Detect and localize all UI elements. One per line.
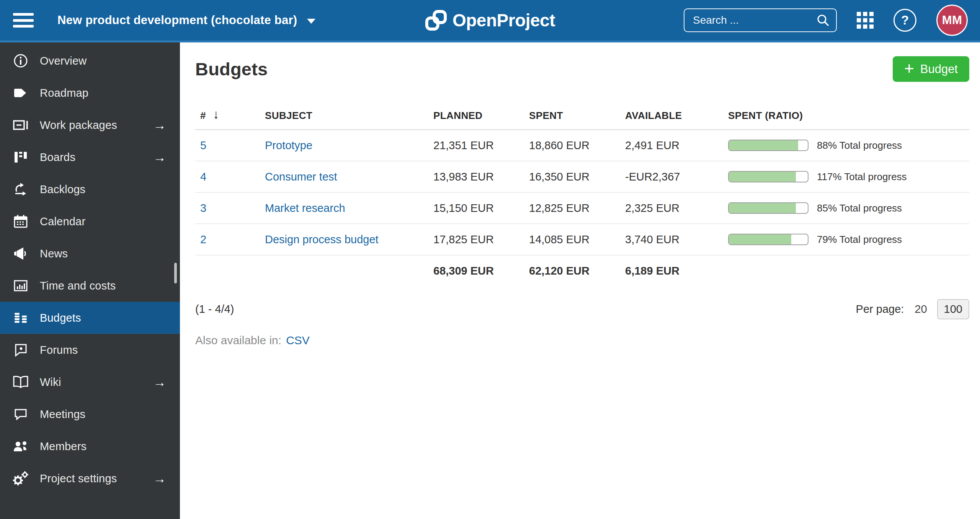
submenu-arrow-icon[interactable]: → — [153, 375, 166, 390]
export-prefix: Also available in: — [195, 334, 281, 347]
column-header--[interactable]: #↓ — [195, 109, 265, 122]
budget-row-4: 4Consumer test13,983 EUR16,350 EUR-EUR2,… — [195, 161, 969, 193]
add-budget-button[interactable]: + Budget — [893, 56, 969, 82]
sidebar-item-calendar[interactable]: Calendar — [0, 205, 180, 238]
available-value: 2,325 EUR — [625, 202, 728, 215]
spent-ratio-cell: 85% Total progress — [728, 202, 969, 214]
sidebar-item-forums[interactable]: Forums — [0, 334, 180, 366]
user-avatar[interactable]: MM — [936, 5, 968, 36]
budget-subject-link[interactable]: Consumer test — [265, 171, 337, 183]
sidebar-item-label: Meetings — [40, 408, 85, 421]
openproject-home-link[interactable]: OpenProject — [425, 0, 555, 41]
column-header-subject[interactable]: SUBJECT — [265, 110, 433, 122]
project-sidebar: OverviewRoadmapWork packages→Boards→Back… — [0, 42, 180, 519]
sidebar-item-backlogs[interactable]: Backlogs — [0, 173, 180, 205]
budget-subject-link[interactable]: Design process budget — [265, 233, 379, 246]
hamburger-menu-icon[interactable] — [13, 13, 34, 28]
submenu-arrow-icon[interactable]: → — [153, 118, 166, 133]
progress-bar-fill — [729, 234, 791, 244]
submenu-arrow-icon[interactable]: → — [153, 150, 166, 165]
column-header-available[interactable]: AVAILABLE — [625, 110, 728, 122]
spent-ratio-cell: 79% Total progress — [728, 234, 969, 246]
sidebar-item-label: Boards — [40, 151, 75, 164]
progress-bar — [728, 234, 808, 245]
sidebar-item-time-and-costs[interactable]: Time and costs — [0, 270, 180, 302]
add-budget-label: Budget — [920, 62, 958, 76]
total-spent: 62,120 EUR — [529, 265, 625, 277]
budget-row-3: 3Market research15,150 EUR12,825 EUR2,32… — [195, 193, 969, 224]
search-input[interactable] — [692, 14, 816, 27]
budget-id-link[interactable]: 5 — [200, 139, 206, 151]
column-header-spent[interactable]: SPENT — [529, 110, 625, 122]
available-value: 3,740 EUR — [625, 233, 728, 246]
backlogs-icon — [11, 182, 30, 197]
page-title: Budgets — [195, 59, 268, 80]
planned-value: 21,351 EUR — [433, 139, 529, 152]
help-icon[interactable]: ? — [893, 9, 916, 32]
global-search[interactable] — [684, 8, 837, 32]
sidebar-item-news[interactable]: News — [0, 238, 180, 270]
sidebar-item-budgets[interactable]: Budgets — [0, 302, 180, 334]
sidebar-item-overview[interactable]: Overview — [0, 45, 180, 77]
sidebar-item-label: Calendar — [40, 215, 85, 228]
sidebar-item-work-packages[interactable]: Work packages→ — [0, 109, 180, 141]
pagination-range: (1 - 4/4) — [195, 303, 234, 316]
progress-bar-fill — [729, 172, 796, 182]
sidebar-item-roadmap[interactable]: Roadmap — [0, 77, 180, 109]
sidebar-item-wiki[interactable]: Wiki→ — [0, 366, 180, 398]
per-page-option-20[interactable]: 20 — [915, 303, 927, 316]
planned-value: 13,983 EUR — [433, 171, 529, 183]
sidebar-item-boards[interactable]: Boards→ — [0, 141, 180, 173]
total-available: 6,189 EUR — [625, 265, 728, 277]
progress-bar-fill — [729, 140, 798, 150]
sidebar-item-members[interactable]: Members — [0, 430, 180, 462]
submenu-arrow-icon[interactable]: → — [153, 471, 166, 486]
spent-value: 16,350 EUR — [529, 171, 625, 183]
sidebar-scrollbar[interactable] — [174, 263, 177, 283]
progress-label: 79% Total progress — [817, 234, 902, 246]
sidebar-item-label: Time and costs — [40, 280, 116, 292]
forums-icon — [11, 342, 30, 358]
total-planned: 68,309 EUR — [433, 265, 529, 277]
spent-value: 18,860 EUR — [529, 139, 625, 152]
info-icon — [11, 53, 30, 68]
sidebar-item-label: News — [40, 247, 68, 260]
column-header-label: PLANNED — [433, 110, 482, 122]
sidebar-item-label: Project settings — [40, 472, 117, 485]
sidebar-item-label: Budgets — [40, 312, 81, 324]
members-icon — [11, 439, 30, 454]
budget-id-link[interactable]: 3 — [200, 202, 206, 214]
budget-id-link[interactable]: 2 — [200, 233, 206, 246]
budget-subject-link[interactable]: Prototype — [265, 139, 312, 151]
spent-ratio-cell: 88% Total progress — [728, 140, 969, 151]
per-page-option-100[interactable]: 100 — [937, 299, 969, 319]
apps-grid-icon[interactable] — [857, 12, 874, 29]
progress-label: 117% Total progress — [817, 171, 907, 183]
search-icon[interactable] — [816, 13, 830, 27]
column-header-spent-ratio-[interactable]: SPENT (RATIO) — [728, 110, 969, 122]
budgets-table: #↓SUBJECTPLANNEDSPENTAVAILABLESPENT (RAT… — [195, 102, 969, 286]
column-header-label: SUBJECT — [265, 110, 312, 122]
wiki-icon — [11, 374, 30, 390]
budget-id-link[interactable]: 4 — [200, 171, 206, 183]
sort-desc-icon[interactable]: ↓ — [213, 107, 219, 122]
topbar-actions: ? MM — [684, 5, 968, 36]
spent-ratio-cell: 117% Total progress — [728, 171, 969, 183]
sidebar-item-meetings[interactable]: Meetings — [0, 398, 180, 430]
project-selector[interactable]: New product development (chocolate bar) — [57, 13, 315, 27]
progress-bar-fill — [729, 203, 796, 213]
planned-value: 17,825 EUR — [433, 233, 529, 246]
column-header-planned[interactable]: PLANNED — [433, 110, 529, 122]
sidebar-item-label: Overview — [40, 55, 87, 67]
export-csv-link[interactable]: CSV — [286, 334, 310, 347]
sidebar-item-label: Work packages — [40, 119, 117, 132]
per-page-control: Per page: 20100 — [856, 299, 969, 319]
budget-subject-link[interactable]: Market research — [265, 202, 345, 214]
sidebar-item-project-settings[interactable]: Project settings→ — [0, 462, 180, 495]
available-value: -EUR2,367 — [625, 171, 728, 183]
column-header-label: SPENT (RATIO) — [728, 110, 803, 122]
table-header-row: #↓SUBJECTPLANNEDSPENTAVAILABLESPENT (RAT… — [195, 102, 969, 130]
meetings-icon — [11, 407, 30, 422]
top-bar: New product development (chocolate bar) … — [0, 0, 980, 42]
sidebar-item-label: Members — [40, 440, 87, 453]
